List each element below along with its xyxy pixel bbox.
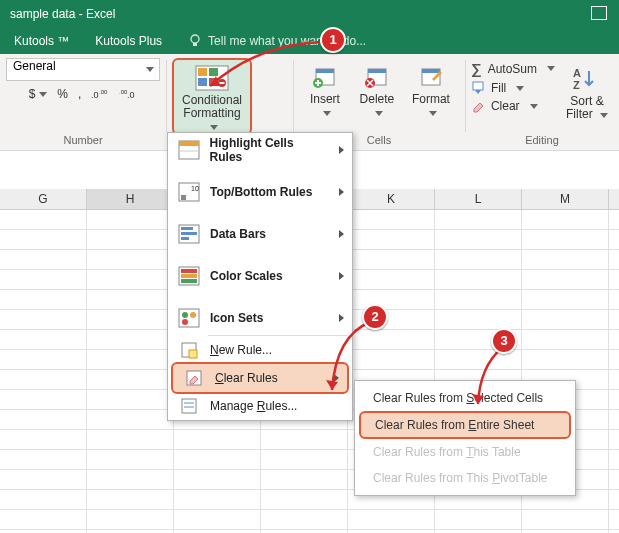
svg-point-53 <box>190 312 196 318</box>
column-header-L[interactable]: L <box>435 189 522 209</box>
svg-rect-44 <box>181 227 193 230</box>
sort-filter-button[interactable]: AZ Sort &Filter <box>561 60 613 122</box>
svg-rect-45 <box>181 232 197 235</box>
manage-rules-icon <box>174 394 204 418</box>
svg-text:A: A <box>573 67 581 79</box>
fill-button[interactable]: Fill <box>471 81 555 95</box>
svg-text:.0: .0 <box>127 90 135 100</box>
column-header-K[interactable]: K <box>348 189 435 209</box>
new-rule-icon <box>174 338 204 362</box>
svg-rect-7 <box>198 68 207 76</box>
menu-top-bottom-rules[interactable]: 10 Top/Bottom Rules <box>168 177 352 207</box>
svg-rect-49 <box>181 274 197 278</box>
window-maximize-icon[interactable] <box>591 6 607 20</box>
svg-rect-58 <box>182 399 196 413</box>
svg-text:.0: .0 <box>91 90 99 100</box>
menu-highlight-cells-rules[interactable]: Highlight Cells Rules <box>168 135 352 165</box>
tab-kutools[interactable]: Kutools ™ <box>14 28 69 54</box>
svg-text:.00: .00 <box>99 89 108 95</box>
svg-rect-56 <box>189 350 197 358</box>
clear-button[interactable]: Clear <box>471 99 555 113</box>
delete-icon <box>360 63 394 91</box>
svg-rect-1 <box>193 43 197 46</box>
svg-point-52 <box>182 312 188 318</box>
column-header-H[interactable]: H <box>87 189 174 209</box>
format-button[interactable]: Format <box>403 58 459 120</box>
number-format-select[interactable]: General <box>6 58 160 81</box>
insert-button[interactable]: Insert <box>299 58 351 120</box>
svg-rect-12 <box>220 82 225 84</box>
comma-button[interactable]: , <box>78 87 81 101</box>
svg-point-0 <box>191 35 199 43</box>
clear-rules-this-table: Clear Rules from This Table <box>355 439 575 465</box>
svg-rect-26 <box>315 82 321 84</box>
svg-rect-50 <box>181 279 197 283</box>
grid-row[interactable] <box>0 510 619 530</box>
format-icon <box>414 63 448 91</box>
clear-rules-submenu: Clear Rules from Selected Cells Clear Ru… <box>354 380 576 496</box>
annotation-badge-1: 1 <box>320 27 346 53</box>
svg-rect-9 <box>198 78 207 86</box>
sort-filter-icon: AZ <box>570 65 604 93</box>
clear-rules-this-pivot: Clear Rules from This PivotTable <box>355 465 575 491</box>
svg-rect-8 <box>209 68 218 76</box>
svg-rect-23 <box>316 69 334 73</box>
clear-rules-icon <box>179 366 209 390</box>
data-bars-icon <box>174 222 204 246</box>
svg-rect-28 <box>368 69 386 73</box>
menu-icon-sets[interactable]: Icon Sets <box>168 303 352 333</box>
highlight-rules-icon <box>174 138 204 162</box>
group-label-number: Number <box>63 134 102 146</box>
titlebar: sample data - Excel <box>0 0 619 28</box>
svg-text:Z: Z <box>573 79 580 91</box>
menu-clear-rules[interactable]: Clear Rules <box>171 362 349 394</box>
menu-color-scales[interactable]: Color Scales <box>168 261 352 291</box>
percent-button[interactable]: % <box>57 87 68 101</box>
tab-kutools-plus[interactable]: Kutools Plus <box>95 28 162 54</box>
number-format-value: General <box>13 59 56 73</box>
annotation-badge-2: 2 <box>362 304 388 330</box>
fill-down-icon <box>471 81 485 95</box>
decrease-decimal-button[interactable]: .00.0 <box>119 87 137 101</box>
currency-button[interactable]: $ <box>29 87 48 101</box>
menu-data-bars[interactable]: Data Bars <box>168 219 352 249</box>
tab-strip: Kutools ™ Kutools Plus Tell me what you … <box>0 28 619 54</box>
group-label-editing: Editing <box>525 134 559 146</box>
window-title: sample data - Excel <box>10 7 115 21</box>
svg-text:10: 10 <box>191 185 199 192</box>
eraser-icon <box>471 99 485 113</box>
svg-rect-51 <box>179 309 199 327</box>
column-header-G[interactable]: G <box>0 189 87 209</box>
top-bottom-icon: 10 <box>174 180 204 204</box>
autosum-button[interactable]: ∑AutoSum <box>471 60 555 77</box>
svg-rect-38 <box>179 141 199 146</box>
conditional-formatting-icon <box>195 64 229 92</box>
increase-decimal-button[interactable]: .0.00 <box>91 87 109 101</box>
column-header-M[interactable]: M <box>522 189 609 209</box>
svg-rect-46 <box>181 237 189 240</box>
svg-rect-41 <box>181 195 186 200</box>
svg-rect-33 <box>422 69 440 73</box>
svg-rect-34 <box>473 82 483 90</box>
lightbulb-icon <box>188 34 202 48</box>
svg-point-54 <box>182 319 188 325</box>
group-label-cells: Cells <box>367 134 391 146</box>
insert-icon <box>308 63 342 91</box>
conditional-formatting-button[interactable]: ConditionalFormatting <box>172 58 252 135</box>
svg-rect-10 <box>209 78 218 86</box>
icon-sets-icon <box>174 306 204 330</box>
conditional-formatting-menu: Highlight Cells Rules 10 Top/Bottom Rule… <box>167 132 353 421</box>
delete-button[interactable]: Delete <box>351 58 403 120</box>
menu-new-rule[interactable]: New Rule... <box>168 338 352 362</box>
clear-rules-selected-cells[interactable]: Clear Rules from Selected Cells <box>355 385 575 411</box>
menu-manage-rules[interactable]: Manage Rules... <box>168 394 352 418</box>
clear-rules-entire-sheet[interactable]: Clear Rules from Entire Sheet <box>359 411 571 439</box>
svg-rect-48 <box>181 269 197 273</box>
annotation-badge-3: 3 <box>491 328 517 354</box>
color-scales-icon <box>174 264 204 288</box>
